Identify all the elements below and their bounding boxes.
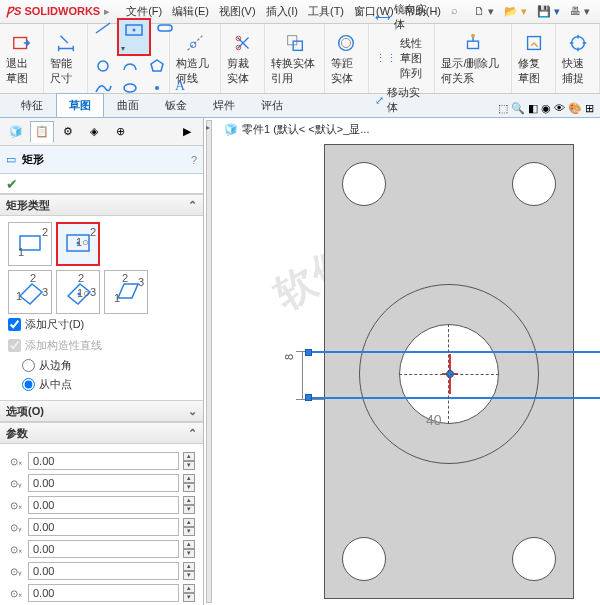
from-center-radio[interactable] [22, 378, 35, 391]
more-tab[interactable]: ▶ [175, 121, 199, 143]
view-orientation-icon[interactable]: ⬚ [498, 102, 508, 115]
spin-down[interactable]: ▾ [183, 571, 195, 580]
chevron-up-icon: ⌃ [188, 199, 197, 212]
spin-up[interactable]: ▴ [183, 452, 195, 461]
add-dimension-checkbox[interactable] [8, 318, 21, 331]
arc-tool[interactable] [117, 56, 143, 78]
dimxpert-tab[interactable]: ◈ [82, 121, 106, 143]
param-y-icon: ⊙ᵧ [8, 478, 24, 489]
document-title: 🧊 零件1 (默认< <默认>_显... [224, 122, 369, 137]
section-rect-type[interactable]: 矩形类型⌃ [0, 194, 203, 216]
zoom-fit-icon[interactable]: 🔍 [511, 102, 525, 115]
line-tool[interactable] [90, 18, 116, 56]
appearance-icon[interactable]: 🎨 [568, 102, 582, 115]
width-dimension[interactable]: 40 [426, 412, 442, 428]
scene-icon[interactable]: ⊞ [585, 102, 594, 115]
tab-sheetmetal[interactable]: 钣金 [152, 93, 200, 117]
tab-feature[interactable]: 特征 [8, 93, 56, 117]
print-icon[interactable]: 🖶 ▾ [570, 5, 590, 18]
spin-up[interactable]: ▴ [183, 474, 195, 483]
repair-sketch-button[interactable]: 修复草图 [512, 24, 556, 93]
open-doc-icon[interactable]: 📂 ▾ [504, 5, 527, 18]
exit-sketch-button[interactable]: 退出草图 [0, 24, 44, 93]
from-corner-radio[interactable] [22, 359, 35, 372]
param-y2-input[interactable] [28, 518, 179, 536]
spin-up[interactable]: ▴ [183, 540, 195, 549]
help-icon[interactable]: ? [191, 154, 197, 166]
add-construction-checkbox [8, 339, 21, 352]
mirror-entities-button[interactable]: ⟷镜向实体 [375, 0, 429, 34]
param-y3-icon: ⊙ᵧ [8, 566, 24, 577]
offset-entities-button[interactable]: 等距实体 [325, 24, 369, 93]
add-construction-label: 添加构造性直线 [25, 338, 102, 353]
menu-view[interactable]: 视图(V) [215, 2, 260, 21]
panel-splitter[interactable] [206, 120, 212, 603]
svg-text:1: 1 [114, 292, 120, 304]
section-params[interactable]: 参数⌃ [0, 422, 203, 444]
tab-surface[interactable]: 曲面 [104, 93, 152, 117]
param-x-icon: ⊙ₓ [8, 456, 24, 467]
spin-down[interactable]: ▾ [183, 461, 195, 470]
svg-point-5 [124, 84, 136, 92]
param-x-input[interactable] [28, 452, 179, 470]
rectangle-tool[interactable]: ▾ [117, 18, 151, 56]
section-options[interactable]: 选项(O)⌄ [0, 400, 203, 422]
svg-rect-11 [293, 41, 302, 50]
circle-tool[interactable] [90, 56, 116, 78]
parallelogram-option[interactable]: 123 [104, 270, 148, 314]
three-point-center-rect-option[interactable]: 1○23 [56, 270, 100, 314]
construction-geom-button[interactable]: 构造几何线 [170, 24, 221, 93]
spin-up[interactable]: ▴ [183, 518, 195, 527]
param-y3-input[interactable] [28, 562, 179, 580]
tab-evaluate[interactable]: 评估 [248, 93, 296, 117]
feature-tree-tab[interactable]: 🧊 [4, 121, 28, 143]
property-manager-tab[interactable]: 📋 [30, 121, 54, 143]
svg-text:3: 3 [138, 276, 144, 288]
center-rect-option[interactable]: 1○2 [56, 222, 100, 266]
quick-snap-button[interactable]: 快速捕捉 [556, 24, 600, 93]
param-x2-input[interactable] [28, 496, 179, 514]
menu-insert[interactable]: 插入(I) [262, 2, 302, 21]
display-style-icon[interactable]: ◉ [541, 102, 551, 115]
param-y-input[interactable] [28, 474, 179, 492]
panel-tab-bar: 🧊 📋 ⚙ ◈ ⊕ ▶ [0, 118, 203, 146]
menu-search-icon[interactable]: ⌕ [447, 2, 462, 21]
ok-button[interactable]: ✔ [6, 176, 18, 192]
svg-point-7 [191, 42, 197, 48]
spin-down[interactable]: ▾ [183, 593, 195, 602]
spin-down[interactable]: ▾ [183, 549, 195, 558]
trim-button[interactable]: 剪裁实体 [221, 24, 265, 93]
save-icon[interactable]: 💾 ▾ [537, 5, 560, 18]
graphics-area[interactable]: 🧊 零件1 (默认< <默认>_显... 软件自学网 8 40 [204, 118, 600, 605]
config-tab[interactable]: ⚙ [56, 121, 80, 143]
svg-text:3: 3 [42, 286, 48, 298]
tab-sketch[interactable]: 草图 [56, 93, 104, 117]
spin-down[interactable]: ▾ [183, 505, 195, 514]
svg-rect-14 [468, 41, 479, 48]
param-x4-input[interactable] [28, 584, 179, 602]
height-dimension[interactable]: 8 [286, 350, 292, 364]
section-view-icon[interactable]: ◧ [528, 102, 538, 115]
hide-show-icon[interactable]: 👁 [554, 102, 565, 115]
polygon-tool[interactable] [144, 56, 170, 78]
recent-dropdown[interactable]: ▸ [104, 5, 110, 18]
spin-up[interactable]: ▴ [183, 584, 195, 593]
convert-entities-button[interactable]: 转换实体引用 [265, 24, 324, 93]
move-entities-button[interactable]: ⤢移动实体 [375, 83, 429, 117]
show-hide-relations-button[interactable]: 显示/删除几何关系 [435, 24, 512, 93]
new-doc-icon[interactable]: 🗋 ▾ [474, 5, 494, 18]
three-point-corner-rect-option[interactable]: 123 [8, 270, 52, 314]
ribbon: 退出草图 智能尺寸 ▾ A 构造几何线 剪裁实体 转换实体引用 [0, 24, 600, 94]
tab-weldment[interactable]: 焊件 [200, 93, 248, 117]
svg-text:1: 1 [16, 290, 22, 302]
linear-pattern-button[interactable]: ⋮⋮线性草图阵列 [375, 34, 429, 83]
spin-down[interactable]: ▾ [183, 527, 195, 536]
spin-down[interactable]: ▾ [183, 483, 195, 492]
corner-rect-option[interactable]: 12 [8, 222, 52, 266]
smart-dimension-button[interactable]: 智能尺寸 [44, 24, 88, 93]
spin-up[interactable]: ▴ [183, 562, 195, 571]
param-x3-input[interactable] [28, 540, 179, 558]
display-tab[interactable]: ⊕ [108, 121, 132, 143]
menu-tools[interactable]: 工具(T) [304, 2, 348, 21]
spin-up[interactable]: ▴ [183, 496, 195, 505]
